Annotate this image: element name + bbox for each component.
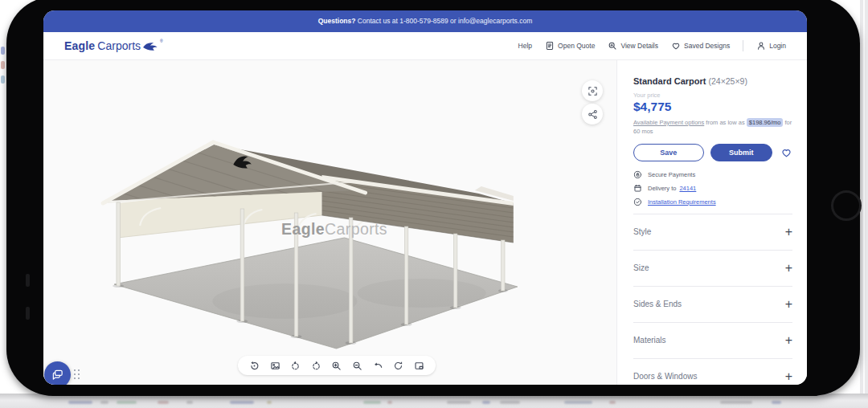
share-button[interactable]: [582, 104, 603, 124]
image-snapshot-icon: [270, 361, 280, 371]
screen: Questions? Contact us at 1-800-579-8589 …: [43, 10, 807, 385]
installation-requirements-row: Installation Requirements: [633, 198, 792, 206]
plus-icon: +: [785, 262, 792, 275]
reset-view-button[interactable]: [249, 360, 260, 371]
share-icon: [588, 109, 598, 120]
delivery-zip-link[interactable]: 24141: [679, 185, 696, 192]
chat-bubbles-icon: [51, 369, 64, 381]
undo-button[interactable]: [372, 360, 383, 371]
save-button[interactable]: Save: [633, 144, 704, 161]
secure-payments-icon: [633, 170, 642, 179]
chat-button[interactable]: [44, 361, 71, 385]
screenshot-button[interactable]: [413, 360, 424, 371]
zoom-out-icon: [352, 361, 362, 371]
header-nav: Help Open Quote View Details Saved Desig…: [518, 40, 786, 51]
rotate-cw-icon: [311, 361, 321, 371]
person-icon: [756, 41, 766, 51]
nav-login[interactable]: Login: [756, 41, 786, 51]
snapshot-button[interactable]: [269, 360, 280, 371]
product-title: Standard Carport(24×25×9): [633, 76, 792, 86]
logo-word-carports: Carports: [97, 39, 141, 52]
secure-payments-row: Secure Payments: [633, 170, 792, 179]
background-peek-mark: [1, 61, 5, 69]
submit-button[interactable]: Submit: [710, 144, 772, 161]
refresh-button[interactable]: [393, 360, 404, 371]
background-peek-mark: [1, 75, 5, 84]
nav-divider: [743, 40, 743, 51]
nav-open-quote[interactable]: Open Quote: [545, 41, 595, 51]
monthly-payment-chip[interactable]: $198.96/mo: [747, 118, 784, 127]
view-details-icon: [608, 41, 617, 51]
carport-3d-model: [43, 60, 616, 385]
installation-requirements-link[interactable]: Installation Requirements: [648, 198, 716, 206]
plus-icon: +: [785, 370, 792, 383]
payment-options-link[interactable]: Available Payment options: [633, 119, 704, 126]
rotate-left-button[interactable]: [290, 360, 301, 371]
rotate-right-button[interactable]: [310, 360, 321, 371]
nav-help[interactable]: Help: [518, 42, 532, 50]
check-circle-icon: [633, 198, 642, 206]
accordion-size[interactable]: Size +: [633, 250, 792, 286]
action-buttons: Save Submit: [633, 144, 792, 161]
tablet-side-button: [26, 307, 30, 320]
tablet-side-button: [26, 274, 30, 287]
plus-icon: +: [785, 226, 792, 239]
purchase-info: Secure Payments Delivery to 24141 Instal…: [633, 170, 792, 206]
price-value: $4,775: [633, 100, 792, 114]
screenshot-icon: [414, 361, 424, 371]
contact-bar-question: Questions?: [318, 17, 356, 25]
quote-document-icon: [545, 41, 555, 51]
zoom-in-icon: [331, 361, 342, 371]
logo-word-eagle: Eagle: [64, 39, 95, 52]
options-accordion: Style + Size + Sides & Ends + Materials …: [633, 214, 792, 385]
nav-view-details[interactable]: View Details: [608, 41, 658, 51]
rotate-ccw-icon: [290, 361, 301, 371]
registered-mark: ®: [160, 39, 163, 43]
eagle-logo-icon: [142, 40, 159, 52]
center-model-icon: [588, 86, 598, 96]
contact-bar-text: Contact us at 1-800-579-8589 or info@eag…: [355, 17, 532, 25]
plus-icon: +: [785, 298, 792, 311]
eagle-carports-logo[interactable]: Eagle Carports ®: [64, 39, 163, 52]
accordion-doors-windows[interactable]: Doors & Windows +: [633, 358, 792, 385]
refresh-icon: [393, 361, 403, 371]
nav-saved-designs[interactable]: Saved Designs: [671, 41, 730, 51]
background-peek-mark: [1, 47, 5, 55]
chat-drag-handle[interactable]: [74, 369, 80, 380]
zoom-in-button[interactable]: [331, 360, 342, 371]
accordion-materials[interactable]: Materials +: [633, 322, 792, 358]
delivery-row: Delivery to 24141: [633, 184, 792, 193]
accordion-sides-ends[interactable]: Sides & Ends +: [633, 286, 792, 322]
accordion-style[interactable]: Style +: [633, 214, 792, 250]
zoom-out-button[interactable]: [352, 360, 363, 371]
payment-options: Available Payment options from as low as…: [633, 119, 797, 137]
history-icon: [249, 361, 260, 371]
price-label: Your price: [633, 92, 792, 99]
heart-icon: [671, 41, 681, 51]
heart-icon: [780, 147, 792, 158]
calendar-icon: [633, 184, 642, 193]
center-model-button[interactable]: [582, 80, 603, 101]
contact-bar: Questions? Contact us at 1-800-579-8589 …: [43, 10, 807, 32]
3d-viewer-canvas[interactable]: EagleCarports: [43, 60, 616, 385]
tablet-camera: [831, 190, 862, 221]
favorite-button[interactable]: [780, 147, 792, 158]
plus-icon: +: [785, 334, 792, 347]
site-header: Eagle Carports ® Help Open Quote View: [43, 32, 807, 60]
undo-icon: [373, 361, 383, 371]
viewer-toolbar: [238, 356, 436, 375]
configurator-sidebar: Standard Carport(24×25×9) Your price $4,…: [616, 60, 807, 385]
